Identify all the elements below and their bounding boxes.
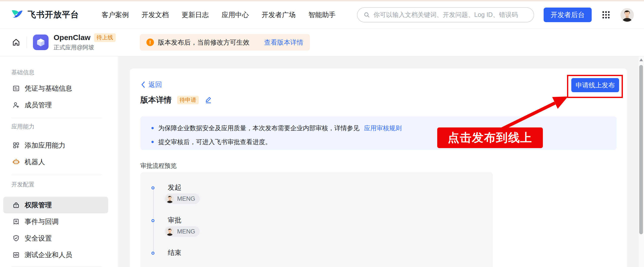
- feishu-logo-icon: [10, 8, 24, 22]
- back-link[interactable]: 返回: [140, 80, 162, 89]
- vertical-scrollbar[interactable]: [638, 56, 644, 267]
- version-detail-card: 返回 版本详情 待申请 为保障企业数据安全及应用质量，本次发布需要企业内部审核，…: [130, 69, 627, 267]
- chevron-left-icon: [140, 81, 146, 88]
- notice-line-2: 提交审核后，可进入飞书审批查看进度。: [158, 138, 271, 146]
- app-name: OpenClaw: [54, 33, 91, 42]
- grid-add-icon: [12, 142, 20, 149]
- event-callback-icon: [12, 218, 20, 225]
- shield-check-icon: [12, 235, 20, 242]
- lock-icon: [12, 201, 20, 209]
- flow-step-label: 结束: [168, 248, 181, 257]
- sidebar-item-permissions[interactable]: 权限管理: [3, 197, 108, 213]
- app-icon: [33, 35, 49, 50]
- bullet-icon: [151, 127, 154, 129]
- timeline-node: [151, 252, 154, 255]
- user-avatar[interactable]: [620, 8, 634, 22]
- app-status-badge: 待上线: [94, 33, 116, 42]
- nav-item-ai-assistant[interactable]: 智能助手: [308, 10, 336, 19]
- nav-item-docs[interactable]: 开发文档: [142, 10, 169, 19]
- top-navbar: 飞书开放平台 客户案例 开发文档 更新日志 应用中心 开发者广场 智能助手 开发…: [0, 1, 644, 28]
- nav-menu: 客户案例 开发文档 更新日志 应用中心 开发者广场 智能助手: [102, 10, 336, 19]
- platform-title: 飞书开放平台: [28, 9, 79, 20]
- sidebar: 基础信息 凭证与基础信息 成员管理 应用能力 添加应用能力: [0, 56, 118, 267]
- sidebar-item-label: 测试企业和人员: [25, 250, 72, 259]
- feishu-logo[interactable]: 飞书开放平台: [10, 8, 79, 22]
- scroll-up-arrow[interactable]: [639, 58, 643, 61]
- approval-flow-panel: 发起 MENG 审批 MENG 结束: [140, 172, 493, 267]
- timeline-node: [151, 219, 154, 222]
- page-title: 版本详情: [140, 95, 172, 105]
- sidebar-item-label: 权限管理: [25, 201, 52, 210]
- sidebar-item-add-capability[interactable]: 添加应用能力: [3, 137, 108, 154]
- developer-console-button[interactable]: 开发者后台: [544, 8, 592, 22]
- sidebar-item-label: 凭证与基础信息: [25, 84, 72, 93]
- version-warning-banner: ! 版本发布后，当前修改方可生效 查看版本详情: [140, 34, 310, 51]
- app-header: OpenClaw 待上线 正式应用@阿坡 ! 版本发布后，当前修改方可生效 查看…: [0, 28, 644, 56]
- credential-icon: [12, 85, 20, 92]
- main-content: 返回 版本详情 待申请 为保障企业数据安全及应用质量，本次发布需要企业内部审核，…: [119, 56, 638, 267]
- notice-box: 为保障企业数据安全及应用质量，本次发布需要企业内部审核，详情参见应用审核规则 提…: [140, 116, 617, 150]
- sidebar-divider: [11, 175, 102, 175]
- search-input[interactable]: [374, 11, 528, 18]
- warning-icon: !: [146, 39, 154, 46]
- assignee-avatar: [166, 227, 174, 236]
- sidebar-item-bot[interactable]: 机器人: [3, 154, 108, 170]
- cube-icon: [35, 37, 46, 48]
- assignee-chip: MENG: [165, 226, 200, 237]
- sidebar-item-credentials[interactable]: 凭证与基础信息: [3, 80, 108, 97]
- assignee-avatar: [166, 194, 174, 203]
- sidebar-item-label: 安全设置: [25, 234, 52, 243]
- assignee-name: MENG: [177, 228, 195, 235]
- sidebar-heading-basic-info: 基础信息: [11, 69, 118, 76]
- annotation-label: 点击发布到线上: [437, 127, 543, 148]
- navbar-right: 开发者后台: [357, 7, 634, 22]
- title-row: 版本详情 待申请: [140, 95, 212, 105]
- assignee-chip: MENG: [165, 193, 200, 204]
- sidebar-divider: [11, 118, 102, 118]
- apply-online-release-button[interactable]: 申请线上发布: [571, 78, 619, 92]
- code-icon: [12, 251, 20, 259]
- search-box[interactable]: [357, 7, 534, 22]
- edit-icon[interactable]: [204, 96, 212, 104]
- sidebar-item-label: 事件与回调: [25, 217, 59, 226]
- flow-step-label: 发起: [168, 183, 181, 192]
- assignee-name: MENG: [177, 195, 195, 202]
- sidebar-item-label: 成员管理: [25, 101, 52, 110]
- sidebar-divider: [11, 266, 102, 266]
- robot-icon: [12, 158, 20, 166]
- nav-item-changelog[interactable]: 更新日志: [182, 10, 209, 19]
- scrollbar-thumb[interactable]: [639, 65, 643, 234]
- nav-item-cases[interactable]: 客户案例: [102, 10, 129, 19]
- timeline-node: [151, 186, 154, 189]
- app-subtitle: 正式应用@阿坡: [54, 44, 116, 51]
- home-icon[interactable]: [12, 38, 20, 47]
- sidebar-item-test-org[interactable]: 测试企业和人员: [3, 247, 108, 263]
- view-version-detail-link[interactable]: 查看版本详情: [264, 38, 303, 47]
- sidebar-item-events[interactable]: 事件与回调: [3, 213, 108, 230]
- person-add-icon: [12, 101, 20, 109]
- review-rules-link[interactable]: 应用审核规则: [364, 124, 402, 132]
- sidebar-heading-dev-config: 开发配置: [11, 181, 118, 188]
- nav-item-app-center[interactable]: 应用中心: [222, 10, 249, 19]
- flow-step-label: 审批: [168, 216, 181, 225]
- apps-grid-icon[interactable]: [601, 10, 611, 20]
- search-icon: [364, 12, 370, 18]
- sidebar-item-label: 添加应用能力: [25, 141, 65, 150]
- sidebar-item-members[interactable]: 成员管理: [3, 97, 108, 113]
- sidebar-item-label: 机器人: [25, 157, 45, 166]
- approval-flow-heading: 审批流程预览: [140, 162, 177, 170]
- notice-line-1: 为保障企业数据安全及应用质量，本次发布需要企业内部审核，详情参见: [158, 124, 359, 132]
- nav-item-dev-plaza[interactable]: 开发者广场: [262, 10, 296, 19]
- header-divider: [26, 37, 27, 48]
- banner-text: 版本发布后，当前修改方可生效: [158, 38, 250, 47]
- status-badge: 待申请: [177, 96, 199, 104]
- sidebar-item-security[interactable]: 安全设置: [3, 230, 108, 247]
- sidebar-heading-capabilities: 应用能力: [11, 123, 118, 130]
- bullet-icon: [151, 141, 154, 143]
